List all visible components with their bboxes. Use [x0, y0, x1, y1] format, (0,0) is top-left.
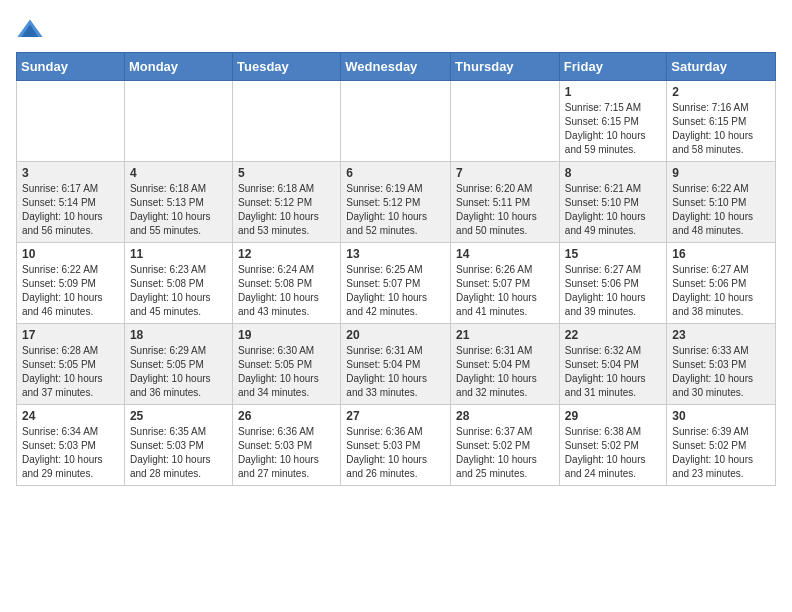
calendar-day-cell: 19Sunrise: 6:30 AM Sunset: 5:05 PM Dayli…	[233, 324, 341, 405]
page-header	[16, 16, 776, 44]
day-number: 10	[22, 247, 119, 261]
calendar-header-row: SundayMondayTuesdayWednesdayThursdayFrid…	[17, 53, 776, 81]
logo	[16, 16, 48, 44]
calendar-day-cell	[124, 81, 232, 162]
calendar-day-cell: 24Sunrise: 6:34 AM Sunset: 5:03 PM Dayli…	[17, 405, 125, 486]
day-number: 25	[130, 409, 227, 423]
day-number: 14	[456, 247, 554, 261]
day-info: Sunrise: 6:39 AM Sunset: 5:02 PM Dayligh…	[672, 425, 770, 481]
calendar-day-cell: 13Sunrise: 6:25 AM Sunset: 5:07 PM Dayli…	[341, 243, 451, 324]
day-of-week-header: Friday	[559, 53, 667, 81]
day-number: 24	[22, 409, 119, 423]
day-number: 1	[565, 85, 662, 99]
day-info: Sunrise: 6:24 AM Sunset: 5:08 PM Dayligh…	[238, 263, 335, 319]
day-info: Sunrise: 6:34 AM Sunset: 5:03 PM Dayligh…	[22, 425, 119, 481]
calendar-day-cell: 1Sunrise: 7:15 AM Sunset: 6:15 PM Daylig…	[559, 81, 667, 162]
calendar-week-row: 3Sunrise: 6:17 AM Sunset: 5:14 PM Daylig…	[17, 162, 776, 243]
day-number: 6	[346, 166, 445, 180]
calendar-day-cell: 29Sunrise: 6:38 AM Sunset: 5:02 PM Dayli…	[559, 405, 667, 486]
calendar-week-row: 10Sunrise: 6:22 AM Sunset: 5:09 PM Dayli…	[17, 243, 776, 324]
day-info: Sunrise: 6:31 AM Sunset: 5:04 PM Dayligh…	[456, 344, 554, 400]
day-info: Sunrise: 6:32 AM Sunset: 5:04 PM Dayligh…	[565, 344, 662, 400]
day-info: Sunrise: 6:18 AM Sunset: 5:13 PM Dayligh…	[130, 182, 227, 238]
day-info: Sunrise: 6:29 AM Sunset: 5:05 PM Dayligh…	[130, 344, 227, 400]
day-info: Sunrise: 6:38 AM Sunset: 5:02 PM Dayligh…	[565, 425, 662, 481]
calendar-day-cell: 18Sunrise: 6:29 AM Sunset: 5:05 PM Dayli…	[124, 324, 232, 405]
day-info: Sunrise: 6:35 AM Sunset: 5:03 PM Dayligh…	[130, 425, 227, 481]
day-number: 27	[346, 409, 445, 423]
day-of-week-header: Monday	[124, 53, 232, 81]
day-info: Sunrise: 6:28 AM Sunset: 5:05 PM Dayligh…	[22, 344, 119, 400]
calendar-day-cell	[451, 81, 560, 162]
day-number: 12	[238, 247, 335, 261]
calendar-day-cell: 22Sunrise: 6:32 AM Sunset: 5:04 PM Dayli…	[559, 324, 667, 405]
day-info: Sunrise: 6:18 AM Sunset: 5:12 PM Dayligh…	[238, 182, 335, 238]
calendar-day-cell: 7Sunrise: 6:20 AM Sunset: 5:11 PM Daylig…	[451, 162, 560, 243]
day-number: 2	[672, 85, 770, 99]
calendar-table: SundayMondayTuesdayWednesdayThursdayFrid…	[16, 52, 776, 486]
day-number: 18	[130, 328, 227, 342]
day-info: Sunrise: 6:20 AM Sunset: 5:11 PM Dayligh…	[456, 182, 554, 238]
calendar-day-cell: 30Sunrise: 6:39 AM Sunset: 5:02 PM Dayli…	[667, 405, 776, 486]
day-info: Sunrise: 7:15 AM Sunset: 6:15 PM Dayligh…	[565, 101, 662, 157]
day-number: 28	[456, 409, 554, 423]
calendar-day-cell: 14Sunrise: 6:26 AM Sunset: 5:07 PM Dayli…	[451, 243, 560, 324]
day-info: Sunrise: 6:30 AM Sunset: 5:05 PM Dayligh…	[238, 344, 335, 400]
calendar-day-cell: 26Sunrise: 6:36 AM Sunset: 5:03 PM Dayli…	[233, 405, 341, 486]
calendar-day-cell: 6Sunrise: 6:19 AM Sunset: 5:12 PM Daylig…	[341, 162, 451, 243]
day-number: 9	[672, 166, 770, 180]
calendar-day-cell: 21Sunrise: 6:31 AM Sunset: 5:04 PM Dayli…	[451, 324, 560, 405]
day-info: Sunrise: 6:21 AM Sunset: 5:10 PM Dayligh…	[565, 182, 662, 238]
calendar-day-cell	[17, 81, 125, 162]
day-number: 19	[238, 328, 335, 342]
calendar-day-cell	[233, 81, 341, 162]
day-number: 4	[130, 166, 227, 180]
day-number: 21	[456, 328, 554, 342]
calendar-day-cell: 10Sunrise: 6:22 AM Sunset: 5:09 PM Dayli…	[17, 243, 125, 324]
day-number: 3	[22, 166, 119, 180]
day-number: 29	[565, 409, 662, 423]
day-number: 15	[565, 247, 662, 261]
calendar-day-cell: 15Sunrise: 6:27 AM Sunset: 5:06 PM Dayli…	[559, 243, 667, 324]
calendar-day-cell: 5Sunrise: 6:18 AM Sunset: 5:12 PM Daylig…	[233, 162, 341, 243]
day-number: 17	[22, 328, 119, 342]
day-of-week-header: Thursday	[451, 53, 560, 81]
day-info: Sunrise: 6:25 AM Sunset: 5:07 PM Dayligh…	[346, 263, 445, 319]
day-info: Sunrise: 6:31 AM Sunset: 5:04 PM Dayligh…	[346, 344, 445, 400]
calendar-day-cell: 12Sunrise: 6:24 AM Sunset: 5:08 PM Dayli…	[233, 243, 341, 324]
calendar-week-row: 1Sunrise: 7:15 AM Sunset: 6:15 PM Daylig…	[17, 81, 776, 162]
day-of-week-header: Saturday	[667, 53, 776, 81]
day-info: Sunrise: 6:19 AM Sunset: 5:12 PM Dayligh…	[346, 182, 445, 238]
day-info: Sunrise: 6:27 AM Sunset: 5:06 PM Dayligh…	[672, 263, 770, 319]
day-number: 22	[565, 328, 662, 342]
day-number: 5	[238, 166, 335, 180]
day-info: Sunrise: 6:33 AM Sunset: 5:03 PM Dayligh…	[672, 344, 770, 400]
day-of-week-header: Tuesday	[233, 53, 341, 81]
day-info: Sunrise: 7:16 AM Sunset: 6:15 PM Dayligh…	[672, 101, 770, 157]
day-info: Sunrise: 6:36 AM Sunset: 5:03 PM Dayligh…	[346, 425, 445, 481]
calendar-day-cell: 9Sunrise: 6:22 AM Sunset: 5:10 PM Daylig…	[667, 162, 776, 243]
calendar-day-cell: 2Sunrise: 7:16 AM Sunset: 6:15 PM Daylig…	[667, 81, 776, 162]
calendar-day-cell: 16Sunrise: 6:27 AM Sunset: 5:06 PM Dayli…	[667, 243, 776, 324]
day-info: Sunrise: 6:37 AM Sunset: 5:02 PM Dayligh…	[456, 425, 554, 481]
day-number: 26	[238, 409, 335, 423]
calendar-day-cell: 11Sunrise: 6:23 AM Sunset: 5:08 PM Dayli…	[124, 243, 232, 324]
calendar-day-cell	[341, 81, 451, 162]
day-number: 13	[346, 247, 445, 261]
day-of-week-header: Wednesday	[341, 53, 451, 81]
day-info: Sunrise: 6:27 AM Sunset: 5:06 PM Dayligh…	[565, 263, 662, 319]
day-number: 20	[346, 328, 445, 342]
day-number: 7	[456, 166, 554, 180]
day-info: Sunrise: 6:26 AM Sunset: 5:07 PM Dayligh…	[456, 263, 554, 319]
calendar-week-row: 24Sunrise: 6:34 AM Sunset: 5:03 PM Dayli…	[17, 405, 776, 486]
calendar-day-cell: 4Sunrise: 6:18 AM Sunset: 5:13 PM Daylig…	[124, 162, 232, 243]
calendar-day-cell: 20Sunrise: 6:31 AM Sunset: 5:04 PM Dayli…	[341, 324, 451, 405]
day-info: Sunrise: 6:22 AM Sunset: 5:10 PM Dayligh…	[672, 182, 770, 238]
day-info: Sunrise: 6:23 AM Sunset: 5:08 PM Dayligh…	[130, 263, 227, 319]
day-number: 23	[672, 328, 770, 342]
day-info: Sunrise: 6:36 AM Sunset: 5:03 PM Dayligh…	[238, 425, 335, 481]
logo-icon	[16, 16, 44, 44]
calendar-day-cell: 3Sunrise: 6:17 AM Sunset: 5:14 PM Daylig…	[17, 162, 125, 243]
day-number: 8	[565, 166, 662, 180]
calendar-day-cell: 28Sunrise: 6:37 AM Sunset: 5:02 PM Dayli…	[451, 405, 560, 486]
